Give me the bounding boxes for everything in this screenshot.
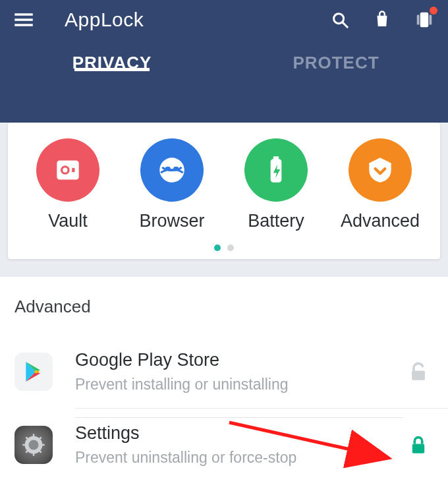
theme-button[interactable] [412, 8, 436, 32]
top-actions [328, 8, 436, 32]
settings-app-icon [14, 426, 53, 464]
quick-access-card: Vault Browser Battery Advanced [8, 123, 440, 259]
svg-rect-16 [412, 371, 425, 380]
lock-toggle-settings[interactable] [403, 434, 434, 456]
svg-line-23 [26, 437, 28, 439]
tab-bar: PRIVACY PROTECT [0, 40, 448, 86]
quick-label-battery: Battery [248, 211, 304, 231]
quick-label-browser: Browser [139, 211, 204, 231]
svg-point-13 [173, 167, 179, 171]
lock-icon [407, 434, 430, 456]
quick-item-vault[interactable]: Vault [18, 138, 117, 231]
app-title: AppLock [65, 9, 144, 31]
svg-rect-7 [430, 15, 432, 25]
top-bar: AppLock [0, 0, 448, 40]
page-indicator [16, 245, 432, 251]
svg-rect-5 [420, 13, 429, 28]
quick-item-battery[interactable]: Battery [227, 138, 325, 231]
quick-item-browser[interactable]: Browser [123, 138, 221, 231]
svg-line-26 [26, 450, 28, 452]
play-store-icon [14, 353, 53, 391]
svg-point-18 [29, 440, 39, 450]
app-header: AppLock PRIVACY PROTECT [0, 0, 448, 123]
browser-icon [140, 138, 204, 202]
search-icon [330, 10, 350, 30]
vault-icon [36, 138, 99, 202]
menu-button[interactable] [12, 8, 36, 32]
app-row-play-text: Google Play Store Prevent installing or … [75, 345, 403, 399]
app-row-settings-title: Settings [75, 423, 403, 444]
page-dot-2[interactable] [227, 245, 234, 251]
hamburger-icon [13, 9, 34, 30]
search-button[interactable] [328, 8, 352, 32]
tab-privacy[interactable]: PRIVACY [0, 40, 224, 86]
shopping-bag-icon [372, 10, 392, 30]
tab-protect[interactable]: PROTECT [224, 40, 448, 86]
svg-point-12 [165, 167, 171, 171]
quick-access-row: Vault Browser Battery Advanced [16, 138, 432, 231]
lock-toggle-play[interactable] [403, 361, 434, 383]
svg-rect-6 [417, 15, 420, 25]
battery-icon [244, 138, 308, 202]
quick-label-advanced: Advanced [341, 211, 420, 231]
section-title-advanced: Advanced [0, 297, 448, 335]
app-list: Advanced Google Play Store Prevent insta… [0, 277, 448, 493]
app-row-settings[interactable]: Settings Prevent uninstalling or force-s… [0, 408, 448, 481]
app-row-play-store[interactable]: Google Play Store Prevent installing or … [0, 335, 448, 408]
app-row-settings-text: Settings Prevent uninstalling or force-s… [75, 417, 403, 472]
app-row-play-title: Google Play Store [75, 350, 403, 370]
svg-rect-10 [72, 168, 74, 172]
svg-line-25 [39, 437, 41, 439]
quick-item-advanced[interactable]: Advanced [331, 138, 430, 231]
tab-protect-label: PROTECT [293, 53, 379, 73]
tab-privacy-label: PRIVACY [72, 53, 152, 73]
quick-label-vault: Vault [48, 211, 88, 231]
unlock-icon [407, 361, 430, 383]
svg-rect-15 [273, 156, 279, 160]
svg-line-4 [343, 22, 347, 27]
page-dot-1[interactable] [214, 245, 221, 251]
notification-dot-icon [430, 7, 437, 14]
shop-button[interactable] [370, 8, 394, 32]
svg-rect-27 [412, 444, 424, 453]
advanced-icon [349, 138, 412, 202]
app-row-play-sub: Prevent installing or uninstalling [75, 376, 403, 393]
svg-line-24 [39, 450, 41, 452]
app-row-settings-sub: Prevent uninstalling or force-stop [75, 449, 403, 467]
